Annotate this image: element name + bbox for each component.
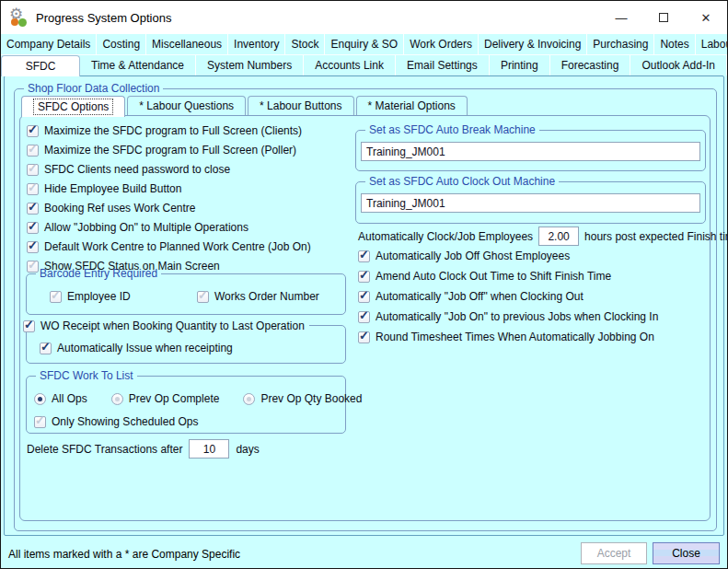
tab-email-settings[interactable]: Email Settings [396,55,490,75]
work-to-list-radio-row: All Ops Prev Op Complete Prev Op Qty Boo… [34,392,362,405]
check-job-off-clocking-out[interactable]: Automatically "Job Off" when Clocking Ou… [358,290,658,303]
check-job-off-ghost-employees[interactable]: Automatically Job Off Ghost Employees [358,250,658,262]
tab-printing[interactable]: Printing [490,55,550,75]
check-show-sfdc-status[interactable]: Show SFDC Status on Main Screen [27,260,311,273]
tab-accounts-link[interactable]: Accounts Link [304,55,396,75]
company-specific-note: All items marked with a * are Company Sp… [8,548,240,561]
checkbox-icon[interactable] [358,291,370,303]
check-only-scheduled-ops[interactable]: Only Showing Scheduled Ops [34,415,198,428]
checkbox-label: Works Order Number [214,290,319,303]
auto-clock-job-row: Automatically Clock/Job Employees hours … [358,226,728,246]
checkbox-icon[interactable] [34,416,46,428]
accept-button[interactable]: Accept [581,542,647,564]
checkbox-icon[interactable] [27,145,39,157]
checkbox-icon[interactable] [358,311,370,323]
auto-clock-out-machine-input[interactable] [361,193,700,213]
tab-company-details[interactable]: Company Details [1,34,97,55]
subtab-sfdc-options-label: SFDC Options [33,99,113,115]
tab-labour[interactable]: Labour [696,34,728,55]
tab-delivery-invoicing[interactable]: Delivery & Invoicing [479,34,587,55]
wo-receipt-group: WO Receipt when Booking Quantity to Last… [26,325,346,364]
tab-purchasing[interactable]: Purchasing [587,34,654,55]
tab-stock[interactable]: Stock [285,34,325,55]
auto-break-group-label: Set as SFDC Auto Break Machine [365,123,539,136]
checkbox-label: Automatically Job Off Ghost Employees [376,250,570,262]
checkbox-icon[interactable] [27,261,39,273]
tab-miscellaneous[interactable]: Miscellaneous [146,34,228,55]
checkbox-label: Employee ID [67,290,131,303]
checkbox-icon[interactable] [40,343,52,354]
check-default-work-centre[interactable]: Default Work Centre to Planned Work Cent… [27,240,311,253]
app-gears-icon: ⚙ [9,8,28,27]
tab-work-orders[interactable]: Work Orders [404,34,479,55]
checkbox-icon[interactable] [27,183,39,195]
checkbox-icon[interactable] [27,203,39,215]
radio-label: Prev Op Qty Booked [260,392,362,405]
checkbox-icon[interactable] [50,291,62,303]
subtab-labour-questions[interactable]: * Labour Questions [127,96,246,115]
check-works-order-number[interactable]: Works Order Number [197,290,319,303]
checkbox-icon[interactable] [358,271,370,283]
check-maximize-poller[interactable]: Maximize the SFDC program to Full Screen… [27,144,311,157]
check-jobbing-on-multiple[interactable]: Allow "Jobbing On" to Multiple Operation… [27,221,311,234]
radio-all-ops[interactable]: All Ops [34,392,87,405]
tab-costing[interactable]: Costing [97,34,146,55]
main-tab-row-2: SFDC Time & Attendance System Numbers Ac… [1,55,727,75]
auto-clock-job-suffix: hours post expected Finish time. [584,230,728,243]
shop-floor-group-label: Shop Floor Data Collection [24,82,163,95]
check-wo-receipt-last-operation[interactable]: WO Receipt when Booking Quantity to Last… [23,319,309,332]
sfdc-inner-tabs: SFDC Options * Labour Questions * Labour… [21,96,469,115]
radio-label: Prev Op Complete [129,392,220,405]
auto-break-machine-group: Set as SFDC Auto Break Machine [355,130,706,171]
tab-system-numbers[interactable]: System Numbers [196,55,304,75]
tab-time-attendance[interactable]: Time & Attendance [80,55,196,75]
check-booking-ref-work-centre[interactable]: Booking Ref uses Work Centre [27,202,311,215]
check-clients-password[interactable]: SFDC Clients need password to close [27,163,311,176]
check-maximize-clients[interactable]: Maximize the SFDC program to Full Screen… [27,124,311,137]
tab-sfdc[interactable]: SFDC [1,55,80,76]
subtab-labour-buttons[interactable]: * Labour Buttons [248,96,353,115]
radio-icon[interactable] [34,393,46,405]
checkbox-label: Show SFDC Status on Main Screen [44,260,220,273]
close-icon[interactable]: ✕ [685,1,727,34]
tab-notes[interactable]: Notes [654,34,695,55]
delete-transactions-days-input[interactable] [189,439,229,459]
radio-prev-op-qty-booked[interactable]: Prev Op Qty Booked [243,392,362,405]
checkbox-label: Automatically "Job Off" when Clocking Ou… [376,290,584,303]
radio-prev-op-complete[interactable]: Prev Op Complete [111,392,220,405]
checkbox-label: Default Work Centre to Planned Work Cent… [44,240,311,253]
maximize-icon[interactable] [642,1,685,34]
checkbox-icon[interactable] [27,241,39,253]
tab-inventory[interactable]: Inventory [228,34,285,55]
radio-icon[interactable] [243,393,255,405]
tab-outlook-addin[interactable]: Outlook Add-In [630,55,727,75]
checkbox-icon[interactable] [358,250,370,262]
checkbox-icon[interactable] [27,222,39,234]
checkbox-icon[interactable] [27,164,39,176]
check-round-timesheet-times[interactable]: Round Timesheet Times When Automatically… [358,331,658,343]
minimize-icon[interactable]: — [600,1,642,34]
subtab-sfdc-options[interactable]: SFDC Options [21,96,125,117]
subtab-material-options[interactable]: * Material Options [356,96,468,115]
work-to-list-group-label: SFDC Work To List [36,369,137,382]
checkbox-label: Round Timesheet Times When Automatically… [376,331,654,343]
auto-break-machine-input[interactable] [361,142,700,161]
check-hide-employee-build[interactable]: Hide Employee Build Button [27,182,311,195]
checkbox-label: Booking Ref uses Work Centre [44,202,196,215]
checkbox-icon[interactable] [197,291,209,303]
check-auto-issue-receipting[interactable]: Automatically Issue when receipting [40,342,233,354]
close-button[interactable]: Close [653,542,720,564]
tab-forecasting[interactable]: Forecasting [550,55,631,75]
tab-enquiry-so[interactable]: Enquiry & SO [325,34,404,55]
check-amend-auto-clock-out[interactable]: Amend Auto Clock Out Time to Shift Finis… [358,270,658,283]
checkbox-icon[interactable] [358,331,370,343]
radio-icon[interactable] [111,393,123,405]
check-job-on-previous-jobs[interactable]: Automatically "Job On" to previous Jobs … [358,310,658,323]
checkbox-icon[interactable] [23,320,35,332]
auto-clock-job-hours-input[interactable] [538,226,579,246]
checkbox-icon[interactable] [27,125,39,137]
delete-transactions-suffix: days [236,443,259,456]
check-employee-id[interactable]: Employee ID [50,290,131,303]
checkbox-label: SFDC Clients need password to close [44,163,230,176]
window-title: Progress System Options [36,11,171,25]
